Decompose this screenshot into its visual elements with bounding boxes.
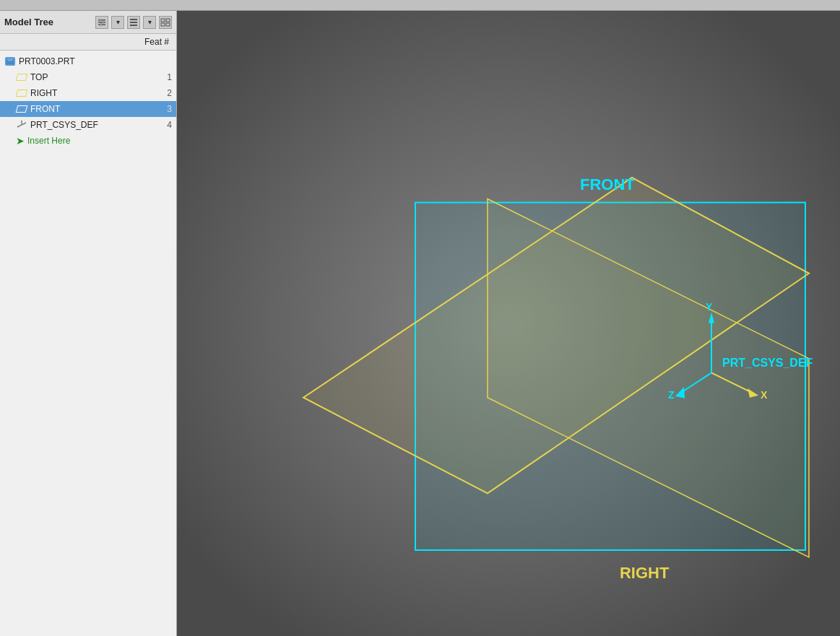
svg-text:PRT_CSYS_DEF: PRT_CSYS_DEF [722, 357, 813, 370]
svg-rect-6 [130, 19, 137, 20]
right-feat: 2 [150, 88, 172, 98]
viewport[interactable]: Y X Z PRT_CSYS_DEF FRONT TOP RIGHT [177, 11, 840, 636]
svg-rect-14 [8, 58, 12, 61]
prt-icon [5, 57, 15, 66]
datum-plane-icon-front [16, 104, 27, 114]
main-area: Model Tree ▾ ▾ Feat # [0, 11, 840, 636]
feat-column-label: Feat # [142, 35, 172, 48]
svg-rect-7 [130, 22, 137, 23]
insert-here-label: Insert Here [27, 136, 70, 146]
datum-plane-icon-top [16, 72, 27, 82]
front-label: FRONT [30, 104, 150, 114]
top-bar [0, 0, 840, 11]
tree-item-csys[interactable]: PRT_CSYS_DEF 4 [0, 117, 176, 133]
svg-point-4 [103, 21, 104, 22]
model-tree-title: Model Tree [4, 17, 92, 27]
settings-icon[interactable] [95, 16, 108, 29]
svg-rect-8 [130, 25, 137, 26]
svg-rect-11 [161, 23, 165, 26]
top-feat: 1 [150, 72, 172, 82]
front-feat: 3 [150, 104, 172, 114]
model-tree-header: Model Tree ▾ ▾ [0, 11, 176, 34]
left-panel: Model Tree ▾ ▾ Feat # [0, 11, 177, 636]
datum-plane-icon-right [16, 88, 27, 98]
csys-feat: 4 [150, 120, 172, 130]
svg-text:Y: Y [706, 301, 713, 313]
column-header: Feat # [0, 34, 176, 51]
svg-text:X: X [761, 389, 768, 401]
right-label: RIGHT [30, 88, 150, 98]
svg-rect-10 [166, 19, 170, 22]
svg-point-5 [100, 24, 102, 25]
top-label: TOP [30, 72, 150, 82]
csys-label: PRT_CSYS_DEF [30, 120, 150, 130]
chevron-down-icon[interactable]: ▾ [111, 16, 124, 29]
list-icon[interactable] [127, 16, 140, 29]
insert-arrow-icon: ➤ [16, 135, 25, 147]
svg-text:RIGHT: RIGHT [620, 565, 670, 583]
svg-point-3 [100, 19, 101, 20]
insert-here[interactable]: ➤ Insert Here [0, 133, 176, 149]
csys-icon [16, 120, 27, 130]
tree-item-top[interactable]: TOP 1 [0, 69, 176, 85]
3d-viewport-svg: Y X Z PRT_CSYS_DEF FRONT TOP RIGHT [177, 11, 840, 636]
root-icon [4, 56, 16, 66]
tree-item-front[interactable]: FRONT 3 [0, 101, 176, 117]
svg-text:FRONT: FRONT [580, 175, 635, 193]
root-label: PRT0003.PRT [19, 56, 150, 66]
grid-icon[interactable] [159, 16, 172, 29]
tree-item-right[interactable]: RIGHT 2 [0, 85, 176, 101]
tree-content: PRT0003.PRT TOP 1 RIGHT 2 [0, 51, 176, 636]
tree-item-root[interactable]: PRT0003.PRT [0, 53, 176, 69]
chevron-down-icon-2[interactable]: ▾ [143, 16, 156, 29]
svg-text:Z: Z [668, 389, 675, 401]
svg-rect-12 [166, 23, 170, 26]
svg-rect-9 [161, 19, 165, 22]
